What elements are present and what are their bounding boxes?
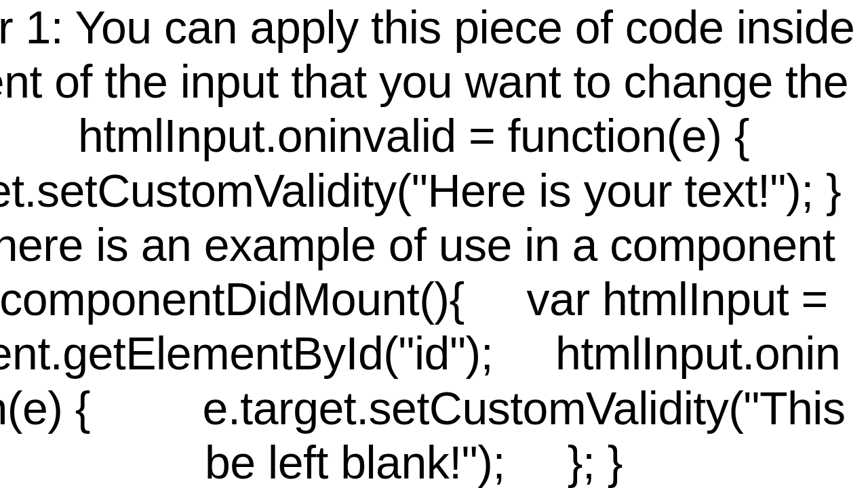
text-line-9: be left blank!"); }; } <box>205 436 623 488</box>
text-line-6: componentDidMount(){ var htmlInput = <box>0 273 828 325</box>
text-line-2: ent of the input that you want to change… <box>0 56 848 107</box>
cropped-text-viewport: er 1: You can apply this piece of code i… <box>0 0 868 488</box>
text-line-4: et.setCustomValidity("Here is your text!… <box>0 165 841 216</box>
text-line-7: ent.getElementById("id"); htmlInput.onin <box>0 327 840 379</box>
text-line-8: n(e) { e.target.setCustomValidity("This <box>0 382 845 434</box>
text-line-5: here is an example of use in a component <box>0 219 835 270</box>
text-line-1: er 1: You can apply this piece of code i… <box>0 1 854 53</box>
answer-text-block: er 1: You can apply this piece of code i… <box>0 0 868 488</box>
text-line-3: htmlInput.oninvalid = function(e) { <box>78 110 749 161</box>
